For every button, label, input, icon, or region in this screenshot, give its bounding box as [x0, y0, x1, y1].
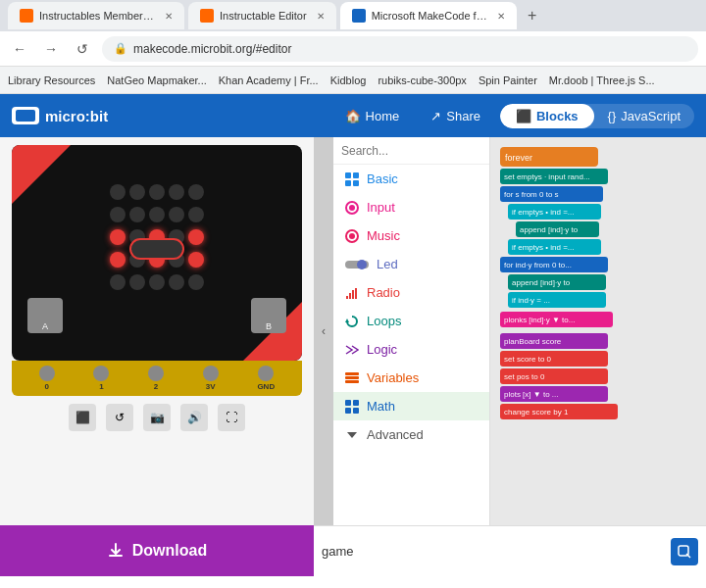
advanced-chevron-icon	[345, 428, 359, 442]
sim-pin-label-3v: 3V	[206, 382, 216, 391]
block-item-advanced[interactable]: Advanced	[333, 420, 489, 449]
svg-text:set score to 0: set score to 0	[504, 355, 552, 364]
sim-pin-circle-gnd	[258, 366, 274, 381]
share-button[interactable]: ↗ Share	[419, 104, 492, 128]
block-label-basic: Basic	[367, 172, 398, 186]
sidebar-toggle-button[interactable]: ‹	[314, 137, 333, 525]
javascript-button[interactable]: {} JavaScript	[594, 104, 694, 128]
sim-pin-circle-3v	[203, 366, 219, 381]
svg-rect-21	[353, 408, 359, 414]
sound-button[interactable]: 🔊	[180, 404, 208, 431]
block-item-radio[interactable]: Radio	[333, 278, 489, 307]
back-button[interactable]: ←	[8, 41, 31, 57]
bookmark-kidblog[interactable]: Kidblog	[330, 74, 367, 86]
block-label-input: Input	[367, 200, 395, 215]
led-4-2	[149, 274, 165, 290]
restart-button[interactable]: ↺	[106, 404, 133, 431]
microbit-logo: micro:bit	[12, 107, 108, 124]
bookmark-spin[interactable]: Spin Painter	[479, 74, 537, 86]
block-item-input[interactable]: Input	[333, 193, 489, 221]
input-icon	[345, 201, 359, 215]
svg-rect-10	[346, 296, 348, 299]
led-1-3	[169, 207, 184, 222]
tab-favicon-3	[352, 9, 366, 23]
share-icon: ↗	[430, 109, 441, 123]
svg-rect-19	[353, 400, 359, 406]
led-icon	[345, 258, 369, 271]
led-0-1	[129, 184, 145, 200]
led-4-0	[110, 274, 126, 290]
svg-rect-13	[355, 288, 357, 299]
bookmark-rubiks[interactable]: rubiks-cube-300px	[378, 74, 467, 86]
blocks-search-input[interactable]	[341, 144, 488, 158]
sim-pin-circle-0	[39, 366, 55, 381]
led-2-4	[188, 229, 204, 245]
led-0-4	[188, 184, 204, 200]
download-button[interactable]: Download	[0, 525, 314, 576]
svg-point-9	[357, 260, 367, 270]
sim-pin-label-gnd: GND	[257, 382, 275, 391]
blocks-panel: 🔍 Basic Input Music	[333, 137, 490, 525]
address-bar[interactable]: 🔒 makecode.microbit.org/#editor	[102, 36, 698, 62]
svg-marker-14	[345, 318, 349, 322]
download-icon	[107, 542, 125, 560]
tab-close-icon-3[interactable]: ✕	[497, 11, 505, 22]
tab-close-icon-2[interactable]: ✕	[317, 11, 325, 22]
tab-favicon-2	[200, 9, 214, 23]
led-0-3	[169, 184, 184, 200]
tab-instructables-member[interactable]: Instructables Member : moham... ✕	[8, 2, 184, 29]
code-area[interactable]: forever set emptys · input rand... for s…	[490, 137, 706, 525]
screenshot-button[interactable]: 📷	[143, 404, 171, 431]
svg-rect-1	[353, 172, 359, 178]
svg-rect-53	[109, 555, 123, 557]
download-label: Download	[132, 542, 207, 560]
bottom-search-input[interactable]	[322, 544, 665, 559]
new-tab-button[interactable]: +	[521, 4, 544, 27]
block-item-loops[interactable]: Loops	[333, 307, 489, 335]
tab-instructable-editor[interactable]: Instructable Editor ✕	[188, 2, 336, 29]
variables-icon	[345, 371, 359, 385]
svg-rect-18	[345, 400, 351, 406]
logo-text: micro:bit	[45, 108, 108, 124]
tab-label-2: Instructable Editor	[220, 10, 307, 22]
home-button[interactable]: 🏠 Home	[333, 104, 412, 128]
block-item-logic[interactable]: Logic	[333, 335, 489, 364]
sim-pin-1: 1	[93, 366, 109, 391]
svg-text:append [ind]·y to: append [ind]·y to	[512, 278, 571, 287]
js-label: JavaScript	[621, 109, 681, 123]
sim-button-a[interactable]: A	[27, 298, 63, 333]
led-3-4	[188, 252, 204, 268]
svg-rect-2	[345, 180, 351, 186]
bookmark-khan[interactable]: Khan Academy | Fr...	[219, 74, 319, 86]
block-item-led[interactable]: Led	[333, 250, 489, 278]
block-label-radio: Radio	[367, 285, 400, 300]
fullscreen-button[interactable]: ⛶	[218, 404, 245, 431]
refresh-button[interactable]: ↺	[71, 41, 94, 57]
bottom-search-button[interactable]	[671, 538, 698, 565]
block-item-math[interactable]: Math	[333, 392, 489, 420]
logo-icon	[12, 107, 39, 124]
sim-button-b[interactable]: B	[251, 298, 286, 333]
bookmark-natgeo[interactable]: NatGeo Mapmaker...	[107, 74, 207, 86]
block-item-basic[interactable]: Basic	[333, 165, 489, 193]
bookmark-mrdoob[interactable]: Mr.doob | Three.js S...	[549, 74, 655, 86]
led-1-2	[149, 207, 165, 222]
stop-button[interactable]: ⬛	[69, 404, 96, 431]
share-label: Share	[446, 109, 480, 123]
tab-close-icon[interactable]: ✕	[165, 11, 173, 22]
browser-addressbar: ← → ↺ 🔒 makecode.microbit.org/#editor	[0, 31, 706, 67]
sim-pin-gnd: GND	[257, 366, 275, 391]
bookmark-library[interactable]: Library Resources	[8, 74, 95, 86]
block-item-music[interactable]: Music	[333, 221, 489, 250]
block-label-loops: Loops	[367, 314, 401, 328]
forward-button[interactable]: →	[39, 41, 63, 57]
home-label: Home	[366, 109, 400, 123]
blocks-button[interactable]: ⬛ Blocks	[500, 104, 594, 128]
address-text: makecode.microbit.org/#editor	[133, 42, 291, 56]
sim-pin-circle-1	[93, 366, 109, 381]
bottom-search-icon	[678, 545, 691, 559]
led-2-0	[110, 229, 126, 245]
sim-triangle-tl	[12, 145, 71, 204]
block-item-variables[interactable]: Variables	[333, 364, 489, 392]
tab-makecode[interactable]: Microsoft MakeCode for micro:b... ✕	[340, 2, 517, 29]
